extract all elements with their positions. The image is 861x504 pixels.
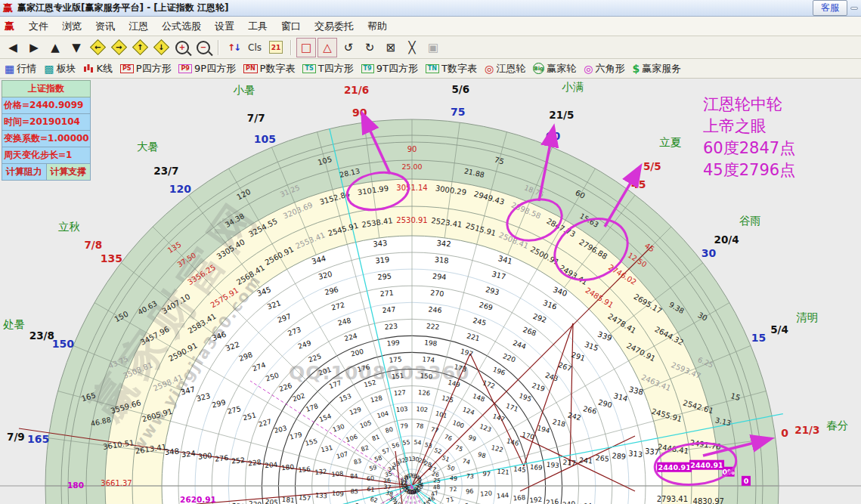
pan-up-button[interactable]: ↑: [130, 38, 150, 57]
svg-text:立夏: 立夏: [659, 136, 682, 148]
sectors-icon: ▩: [44, 63, 54, 74]
rotate-cw-button[interactable]: ↻: [360, 38, 379, 57]
9p-square-label: 9P四方形: [194, 62, 236, 76]
calc-resistance-button[interactable]: 计算阻力: [2, 164, 47, 181]
toolbar-item-p-square[interactable]: PSP四方形: [120, 62, 171, 76]
svg-text:276: 276: [215, 453, 229, 463]
svg-text:204: 204: [265, 461, 278, 470]
step-value: 周天变化步长=1: [2, 147, 91, 164]
toolbar-item-9t-square[interactable]: T99T四方形: [361, 62, 418, 76]
svg-text:144: 144: [497, 491, 509, 499]
quote-panel: 上证指数 价格=2440.9099 时间=20190104 变换系数=1.000…: [2, 80, 91, 181]
svg-text:21/5: 21/5: [549, 109, 574, 121]
svg-text:150: 150: [420, 372, 432, 380]
forward-button[interactable]: ▶: [24, 38, 44, 57]
menu-item-trade-orders[interactable]: 交易委托: [308, 17, 361, 36]
title-bar: 赢 赢家江恩专业版[赢家服务平台] - [上证指数 江恩轮] 客服: [0, 0, 861, 17]
svg-text:157: 157: [298, 493, 311, 502]
menu-item-settings[interactable]: 设置: [208, 17, 241, 36]
svg-text:180: 180: [67, 481, 84, 490]
pan-right-button[interactable]: →: [109, 38, 129, 57]
svg-text:271: 271: [379, 289, 394, 298]
annotation-line: 江恩轮中轮: [703, 94, 795, 116]
svg-text:265: 265: [595, 453, 609, 463]
pan-down-button[interactable]: ↓: [151, 38, 171, 57]
svg-text:105: 105: [254, 133, 276, 145]
draw-triangle-button[interactable]: △: [317, 38, 337, 57]
svg-text:229: 229: [248, 500, 262, 504]
draw-square-button[interactable]: □: [296, 38, 316, 57]
app-logo-icon: 赢: [3, 2, 13, 15]
menu-item-gann[interactable]: 江恩: [122, 17, 155, 36]
svg-text:126: 126: [418, 388, 431, 397]
menu-item-browse[interactable]: 浏览: [55, 17, 88, 36]
svg-text:222: 222: [426, 322, 440, 331]
svg-text:48: 48: [432, 484, 441, 491]
boxed-x-button[interactable]: ⊠: [381, 38, 401, 57]
svg-text:54: 54: [413, 439, 422, 447]
pan-left-button[interactable]: ←: [88, 38, 107, 57]
svg-text:23/8: 23/8: [29, 329, 54, 342]
toolbar-item-winner-wheel[interactable]: Big赢家轮: [533, 62, 576, 76]
annotation-line: 60度2847点: [703, 138, 795, 159]
svg-text:133: 133: [315, 491, 328, 499]
cls-button[interactable]: Cls: [245, 38, 265, 57]
p-number-table-icon: PN: [243, 64, 258, 73]
svg-text:73: 73: [466, 472, 474, 480]
svg-text:4830.97: 4830.97: [693, 497, 724, 504]
svg-text:120: 120: [480, 489, 493, 497]
svg-text:处暑: 处暑: [3, 318, 25, 330]
menu-item-window[interactable]: 窗口: [274, 17, 308, 36]
svg-text:55: 55: [402, 439, 410, 447]
svg-text:78: 78: [416, 422, 424, 430]
window-title: 赢家江恩专业版[赢家服务平台] - [上证指数 江恩轮]: [17, 2, 810, 14]
svg-text:145: 145: [513, 465, 526, 474]
toolbar-item-kline[interactable]: K线: [83, 62, 113, 76]
menu-item-tools[interactable]: 工具: [241, 17, 274, 36]
svg-text:192: 192: [529, 496, 543, 504]
toolbar-item-t-square[interactable]: TST四方形: [302, 62, 353, 76]
back-button[interactable]: ◀: [3, 38, 23, 57]
svg-text:198: 198: [424, 339, 438, 348]
toolbar-item-quotes[interactable]: ▦行情: [5, 62, 36, 76]
zoom-in-button[interactable]: +: [172, 38, 192, 57]
menu-item-news[interactable]: 资讯: [88, 17, 122, 36]
partial-edge-button[interactable]: [850, 7, 858, 10]
svg-text:324: 324: [181, 449, 196, 459]
calc-support-button[interactable]: 计算支撑: [47, 164, 91, 181]
toolbar-item-p-number-table[interactable]: PNP数字表: [243, 62, 295, 76]
quote-panel-title: 上证指数: [2, 80, 91, 97]
svg-text:25.00: 25.00: [401, 162, 422, 171]
menu-item-formula-stock-pick[interactable]: 公式选股: [155, 17, 208, 36]
zoom-out-button[interactable]: −: [194, 38, 213, 57]
rotate-ccw-button[interactable]: ↺: [339, 38, 358, 57]
toolbar-item-winner-service[interactable]: $赢家服务: [632, 62, 681, 76]
svg-text:127: 127: [394, 388, 407, 397]
svg-text:21/6: 21/6: [344, 84, 369, 96]
p-number-table-label: P数字表: [260, 62, 296, 76]
svg-text:241: 241: [579, 456, 593, 465]
fit-center-button[interactable]: ╳: [402, 38, 422, 57]
menu-item-help[interactable]: 帮助: [361, 17, 394, 36]
toolbar-item-sectors[interactable]: ▩板块: [44, 62, 76, 76]
svg-text:79: 79: [400, 422, 408, 430]
menu-item-file[interactable]: 文件: [22, 17, 55, 36]
toolbar-item-9p-square[interactable]: P99P四方形: [178, 62, 236, 76]
toolbar-separator: [218, 40, 219, 55]
svg-text:174: 174: [422, 355, 435, 364]
next-period-button[interactable]: ▼: [67, 38, 86, 57]
svg-text:247: 247: [382, 305, 396, 315]
svg-text:小满: 小满: [562, 81, 584, 93]
toolbar-item-gann-wheel[interactable]: ◎江恩轮: [485, 62, 525, 76]
gann-wheel-icon: ◎: [485, 63, 494, 74]
toolbar-item-hexagon[interactable]: ◎六角形: [584, 62, 624, 76]
prev-period-button[interactable]: ▲: [45, 38, 65, 57]
svg-text:5/4: 5/4: [770, 323, 788, 335]
svg-text:102: 102: [416, 405, 429, 413]
calendar-button[interactable]: 21: [266, 38, 286, 57]
svg-text:90: 90: [407, 145, 417, 153]
9t-square-label: 9T四方形: [376, 62, 418, 76]
customer-service-button[interactable]: 客服: [813, 0, 847, 16]
toolbar-item-t-number-table[interactable]: TNT数字表: [426, 62, 477, 76]
scale-updown-button[interactable]: ↑↓: [224, 38, 243, 57]
